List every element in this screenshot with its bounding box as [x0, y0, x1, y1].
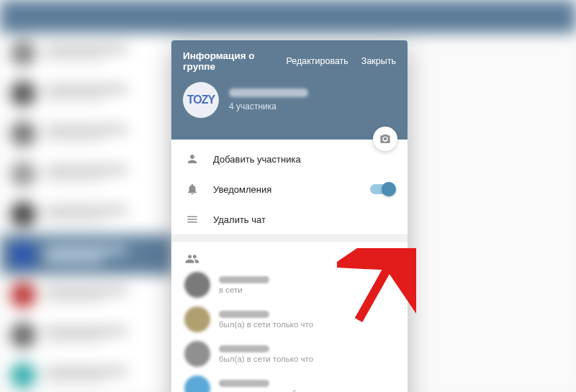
members-section: Покинуть в сети был(а) в сети только что…	[171, 242, 408, 392]
group-avatar[interactable]: TOZY	[183, 82, 219, 118]
camera-button[interactable]	[373, 127, 397, 151]
member-row[interactable]: имеет доступ к сообщениям	[171, 371, 408, 392]
edit-link[interactable]: Редактировать	[286, 56, 348, 66]
group-members-count: 4 участника	[229, 101, 308, 111]
notifications-row[interactable]: Уведомления	[171, 174, 408, 204]
add-member-row[interactable]: Добавить участника	[171, 144, 408, 174]
member-name-blurred	[219, 311, 269, 318]
member-status: был(а) в сети только что	[219, 355, 395, 363]
leave-link[interactable]: Покинуть	[354, 254, 395, 265]
member-name-blurred	[219, 276, 269, 283]
menu-icon	[184, 213, 200, 226]
add-member-label: Добавить участника	[213, 154, 395, 165]
member-row[interactable]: был(а) в сети только что	[171, 337, 408, 371]
member-status: имеет доступ к сообщениям	[219, 389, 395, 393]
delete-chat-label: Удалить чат	[213, 214, 395, 225]
notifications-toggle[interactable]	[370, 184, 395, 194]
modal-header: Информация о группе Редактировать Закрыт…	[171, 40, 408, 140]
camera-icon	[379, 133, 391, 145]
section-divider	[171, 234, 408, 242]
bell-icon	[184, 183, 200, 196]
member-row[interactable]: в сети	[171, 268, 408, 302]
close-link[interactable]: Закрыть	[361, 56, 396, 66]
group-info-modal: Информация о группе Редактировать Закрыт…	[171, 40, 408, 392]
group-name-blurred	[229, 88, 308, 97]
person-icon	[184, 152, 200, 165]
member-status: в сети	[219, 286, 395, 294]
member-status: был(а) в сети только что	[219, 320, 395, 329]
member-name-blurred	[219, 380, 269, 387]
member-name-blurred	[219, 345, 269, 352]
member-row[interactable]: был(а) в сети только что	[171, 302, 408, 337]
notifications-label: Уведомления	[213, 184, 357, 195]
delete-chat-row[interactable]: Удалить чат	[171, 204, 408, 234]
group-avatar-text: TOZY	[187, 94, 215, 106]
people-icon	[184, 252, 200, 266]
modal-title: Информация о группе	[183, 50, 286, 72]
